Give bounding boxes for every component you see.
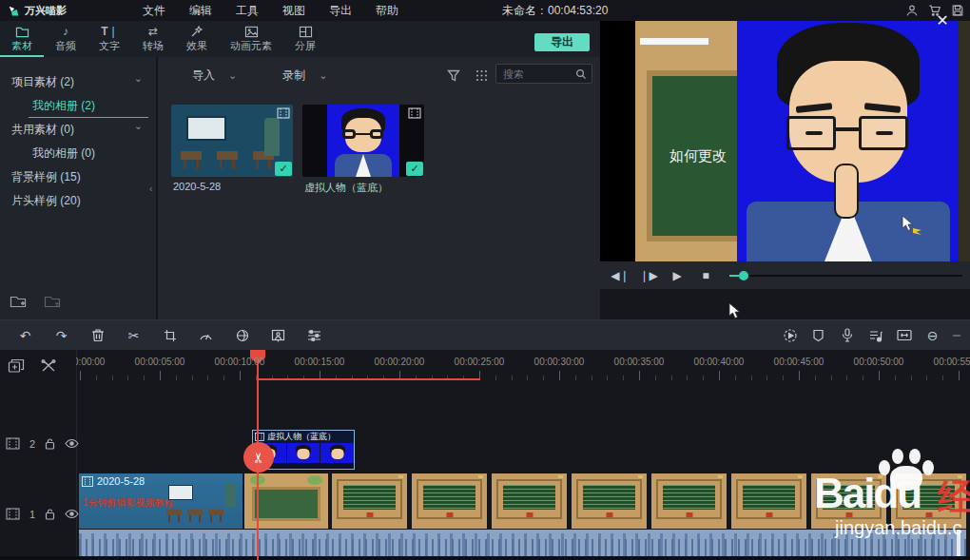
undo-icon[interactable]: ↶ [17,327,33,343]
import-button[interactable]: 导入 [192,68,215,84]
eye-icon[interactable] [65,509,79,519]
ruler-timecode: 00:00:25:00 [455,357,505,367]
record-button[interactable]: 录制 [282,68,305,84]
crop-icon[interactable] [162,327,178,343]
speed-icon[interactable] [198,327,214,343]
stop-button[interactable]: ■ [691,269,720,282]
menu-file[interactable]: 文件 [143,3,165,19]
grid-view-icon[interactable] [475,69,488,82]
lock-icon[interactable] [45,437,55,450]
media-clip-character[interactable]: ✓ [302,105,424,177]
fit-timeline-icon[interactable] [896,327,912,343]
next-frame-button[interactable]: ❘▶ [634,269,663,282]
timeline-scrollbar[interactable] [0,556,970,560]
lock-icon[interactable] [45,508,55,520]
tab-effects[interactable]: 效果 [175,21,219,57]
menu-view[interactable]: 视图 [282,3,305,19]
playback-controls: ◀❘ ❘▶ ▶ ■ [600,261,970,289]
chevron-down-icon[interactable]: ⌄ [134,120,143,132]
blackboard-clip-frame[interactable] [572,473,647,529]
tab-audio[interactable]: ♪ 音频 [44,21,87,57]
sidebar-item-project-media[interactable]: 项目素材 (2) ⌄ [0,70,156,94]
chevron-down-icon[interactable]: ⌄ [228,69,237,82]
ruler-timecode: 00:00:00:00 [76,357,105,367]
blackboard-clip-frame[interactable] [492,473,567,529]
app-logo: 万兴喵影 [0,4,143,18]
collapse-panel-icon[interactable]: ‹ [149,183,153,194]
blackboard-clip-frame[interactable] [731,473,806,529]
preview-video-edge [959,21,970,261]
tab-transition[interactable]: ⇄ 转场 [131,21,175,57]
new-folder-icon[interactable] [10,295,27,309]
blackboard-clip-frame[interactable] [332,473,407,529]
search-icon[interactable] [575,68,587,80]
track1-header: 1 [0,508,79,520]
video-clip-icon [408,107,421,119]
color-icon[interactable] [234,327,250,343]
sidebar-item-background-samples[interactable]: 背景样例 (15) [0,165,156,189]
mouse-cursor [728,302,741,319]
search-box[interactable] [495,64,592,84]
save-icon[interactable] [951,4,964,17]
green-screen-icon[interactable] [270,327,286,343]
zoom-out-icon[interactable]: ⊖ [924,327,941,343]
manage-tracks-icon[interactable] [8,358,25,374]
blackboard-clip-frame[interactable] [412,473,487,529]
zoom-slider[interactable] [953,335,960,337]
tab-text[interactable]: T❘ 文字 [87,21,131,57]
menu-edit[interactable]: 编辑 [189,3,212,19]
tab-elements[interactable]: 动画元素 [219,21,283,57]
chevron-down-icon[interactable]: ⌄ [134,72,143,85]
audio-waveform-track[interactable] [79,530,966,556]
previous-frame-button[interactable]: ◀❘ [606,269,634,282]
seek-bar[interactable] [729,275,962,277]
selected-check-icon: ✓ [275,162,292,176]
ruler-timecode: 00:00:50:00 [854,357,904,367]
menu-export[interactable]: 导出 [329,3,352,19]
tab-media[interactable]: 素材 [0,21,44,57]
chevron-down-icon[interactable]: ⌄ [319,69,327,82]
marker-icon[interactable] [810,327,826,343]
blackboard-clip-frame[interactable] [651,473,727,529]
delete-icon[interactable] [89,327,106,343]
preview-board-text: 如何更改 [669,147,727,165]
track-number: 1 [29,509,35,520]
render-preview-icon[interactable] [782,327,798,343]
ruler-timecode: 00:00:15:00 [295,357,345,367]
search-input[interactable] [501,68,575,81]
preview-player: 如何更改 [600,21,970,261]
export-button[interactable]: 导出 [534,33,590,51]
timeline-clip-date[interactable]: 2020-5-28 1分钟剪辑影视频教程 [79,473,242,529]
blackboard-clip-frame[interactable] [891,473,966,529]
adjust-icon[interactable] [306,327,322,343]
menu-tools[interactable]: 工具 [236,3,259,19]
close-icon[interactable]: ✕ [934,12,951,29]
play-button[interactable]: ▶ [663,269,691,282]
delete-folder-icon[interactable] [44,295,61,309]
cut-icon[interactable]: ✂ [126,327,142,343]
clip-frame-thumbnail [165,481,239,525]
menu-help[interactable]: 帮助 [376,3,398,19]
transition-arrows-icon: ⇄ [148,25,158,38]
tab-splitscreen[interactable]: 分屏 [283,21,327,57]
voiceover-mic-icon[interactable] [839,327,855,343]
account-icon[interactable] [905,4,919,17]
track-number: 2 [29,438,35,450]
media-clip-classroom[interactable]: ✓ [171,105,293,177]
sidebar-item-intro-samples[interactable]: 片头样例 (20) [0,189,156,213]
clip-edge-handle[interactable] [957,530,960,556]
redo-icon[interactable]: ↷ [53,327,69,343]
split-screen-icon [299,25,313,38]
timeline-clip-blackboards[interactable] [332,473,970,529]
eye-icon[interactable] [65,438,79,449]
sidebar-item-shared-media[interactable]: 共用素材 (0) ⌄ [0,118,156,142]
blackboard-clip-frame[interactable] [811,473,886,529]
top-menu-bar: 万兴喵影 文件 编辑 工具 视图 导出 帮助 未命名： 00:04:53:20 [0,0,970,21]
filter-icon[interactable] [447,69,460,82]
sidebar-item-my-album-shared[interactable]: 我的相册 (0) [0,142,156,165]
sidebar-item-my-album-project[interactable]: 我的相册 (2) [0,94,156,118]
seek-handle[interactable] [739,271,748,280]
split-clip-button[interactable]: ✂ [243,442,274,473]
audio-mixer-icon[interactable] [867,327,883,343]
unlink-icon[interactable] [40,358,57,374]
